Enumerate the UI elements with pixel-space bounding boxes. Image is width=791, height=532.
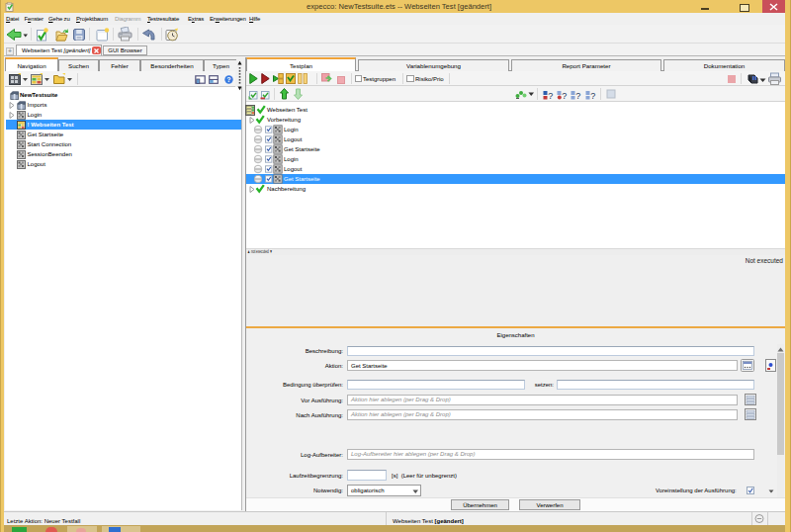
svg-text:?: ? (590, 91, 595, 101)
svg-text:?: ? (226, 76, 230, 83)
svg-text:?: ? (562, 91, 567, 101)
svg-text:?: ? (548, 91, 553, 101)
svg-text:?: ? (575, 91, 580, 101)
